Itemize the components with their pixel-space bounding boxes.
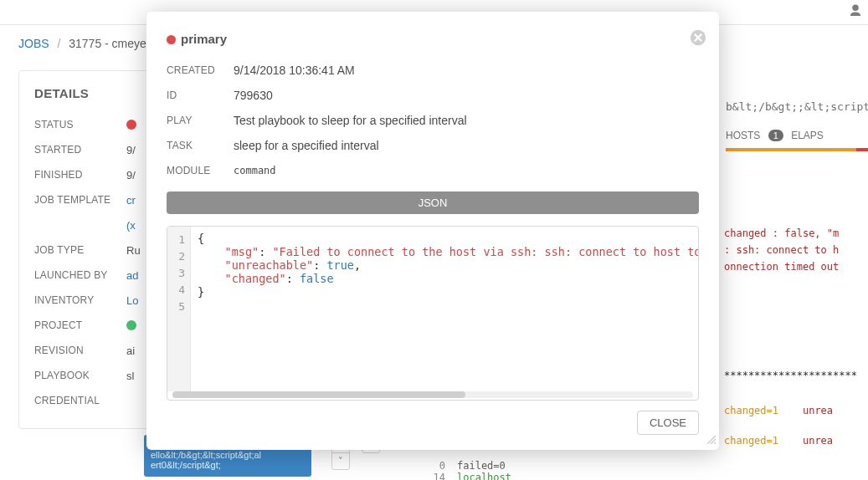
- close-button[interactable]: CLOSE: [637, 411, 699, 435]
- mk-play: PLAY: [167, 115, 234, 126]
- mv-play: Test playbook to sleep for a specified i…: [234, 114, 467, 127]
- mv-module: command: [234, 165, 276, 176]
- modal-backdrop: primary CREATED9/14/2018 10:36:41 AM ID7…: [0, 0, 868, 480]
- mv-id: 799630: [234, 89, 273, 102]
- code-body[interactable]: { "msg": "Failed to connect to the host …: [191, 227, 698, 391]
- resize-grip-icon[interactable]: [706, 434, 716, 447]
- close-icon[interactable]: [689, 28, 707, 47]
- mk-id: ID: [167, 89, 234, 101]
- mk-created: CREATED: [167, 64, 234, 76]
- scrollbar-thumb[interactable]: [172, 391, 465, 398]
- status-dot-icon: [167, 35, 176, 44]
- horizontal-scrollbar[interactable]: [172, 391, 693, 398]
- json-code-box: 1 2 3 4 5 { "msg": "Failed to connect to…: [167, 226, 699, 401]
- mk-task: TASK: [167, 140, 234, 151]
- mv-task: sleep for a specified interval: [234, 139, 379, 152]
- host-event-modal: primary CREATED9/14/2018 10:36:41 AM ID7…: [146, 12, 719, 450]
- modal-title: primary: [167, 32, 699, 46]
- mk-module: MODULE: [167, 165, 234, 176]
- code-gutter: 1 2 3 4 5: [167, 227, 191, 391]
- json-tab-button[interactable]: JSON: [167, 191, 699, 214]
- mv-created: 9/14/2018 10:36:41 AM: [234, 64, 355, 77]
